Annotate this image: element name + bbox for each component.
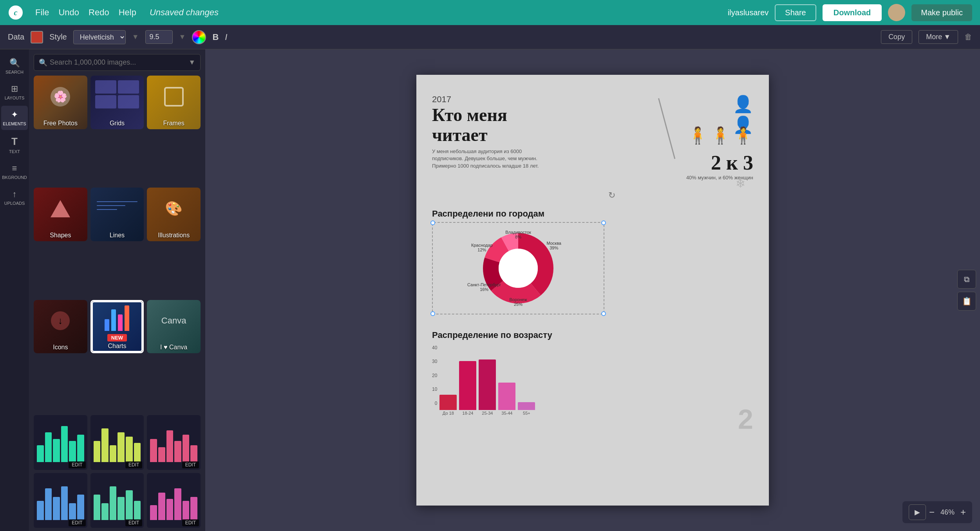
file-menu[interactable]: File	[35, 7, 49, 18]
share-button[interactable]: Share	[775, 4, 816, 21]
more-button[interactable]: More ▼	[919, 30, 958, 44]
mini-bar-5-3	[110, 486, 117, 520]
svg-text:c: c	[14, 8, 18, 17]
grid-item-charts[interactable]: NEW Charts	[90, 300, 144, 354]
handle-bl	[430, 311, 435, 316]
zoom-out-button[interactable]: −	[929, 507, 935, 518]
help-menu[interactable]: Help	[119, 7, 136, 18]
rail-search[interactable]: 🔍 SEARCH	[1, 54, 28, 78]
font-size-input[interactable]	[145, 30, 173, 44]
watermark-number: 2	[738, 404, 753, 435]
avatar[interactable]	[888, 4, 905, 21]
grid-item-canva[interactable]: Canva I ♥ Canva	[147, 300, 201, 354]
mini-bar-2-1	[94, 441, 101, 462]
grid-item-free-photos[interactable]: 🌸 Free Photos	[34, 76, 87, 129]
search-dropdown-icon[interactable]: ▼	[188, 58, 195, 67]
chart-preview-6[interactable]: EDIT	[147, 473, 201, 528]
mini-bar-3-1	[150, 439, 157, 462]
bar-u18	[439, 395, 457, 410]
copy-button[interactable]: Copy	[881, 30, 912, 44]
mini-bar-3-5	[183, 435, 190, 462]
mini-bar-6-6	[190, 497, 197, 520]
mini-bar-2-3	[110, 445, 117, 462]
bar-55plus	[518, 402, 535, 410]
background-icon: ≡	[12, 163, 17, 173]
make-public-button[interactable]: Make public	[911, 4, 972, 21]
layouts-icon: ⊞	[11, 84, 18, 94]
data-tab[interactable]: Data	[8, 33, 24, 42]
floating-toolbar: ⧉ 📋	[957, 270, 976, 311]
people-row-2: 🧍 🧍 🧍	[687, 126, 753, 145]
undo-button[interactable]: Undo	[58, 7, 79, 18]
download-button[interactable]: Download	[823, 4, 882, 21]
age-bars: До 18 18-24 25-34	[439, 345, 535, 415]
icons-label: Icons	[34, 341, 87, 353]
bar-group-18-24: 18-24	[459, 361, 476, 415]
rail-background[interactable]: ≡ BKGROUND	[1, 159, 28, 184]
grid-item-illustrations[interactable]: 🎨 Illustrations	[147, 188, 201, 241]
redo-button[interactable]: Redo	[89, 7, 109, 18]
grid-item-icons[interactable]: ↓ Icons	[34, 300, 87, 354]
mini-bar-4-3	[53, 497, 60, 520]
grid-item-grids[interactable]: Grids	[90, 76, 144, 129]
zoom-in-button[interactable]: +	[960, 507, 966, 518]
nav-right: ilyaslusarev Share Download Make public	[728, 4, 972, 21]
mini-bar-4-1	[37, 501, 44, 520]
y-axis: 40 30 20 10 0	[432, 345, 439, 415]
handle-tl	[430, 220, 435, 225]
krasnodar-label: Краснодар12%	[471, 243, 493, 252]
nav-menu: File Undo Redo Help Unsaved changes	[35, 7, 219, 18]
mini-bar-6-2	[158, 493, 165, 520]
mini-bar-5-1	[94, 495, 101, 520]
float-btn-2[interactable]: 📋	[957, 292, 976, 311]
italic-button[interactable]: I	[225, 32, 227, 42]
grid-item-lines[interactable]: Lines	[90, 188, 144, 241]
rail-uploads[interactable]: ↑ UPLOADS	[1, 185, 28, 210]
edit-badge-4[interactable]: EDIT	[69, 519, 85, 526]
edit-badge-6[interactable]: EDIT	[182, 519, 199, 526]
bar-group-u18: До 18	[439, 395, 457, 415]
mini-bar-1-6	[77, 435, 84, 462]
chart-preview-3[interactable]: EDIT	[147, 415, 201, 470]
vladivostok-label: Владивосток8%	[505, 230, 531, 239]
canva-love-label: I ♥ Canva	[147, 341, 201, 353]
chart-preview-1[interactable]: EDIT	[34, 415, 87, 470]
age-bar-chart: 40 30 20 10 0 До 18	[432, 345, 753, 415]
bold-button[interactable]: B	[212, 32, 219, 42]
formatting-toolbar: Data Style Helveticish ▼ ▼ B I Copy More…	[0, 25, 980, 49]
mini-bar-1-1	[37, 445, 44, 462]
description-text: У меня небольшая аудитория из 6000 подпи…	[432, 148, 542, 170]
font-family-select[interactable]: Helveticish	[73, 30, 126, 44]
mini-bar-2-6	[134, 443, 141, 462]
mini-bar-4-6	[77, 495, 84, 520]
canvas-page[interactable]: 2017 Кто менячитает 👤 👤 У меня небольшая…	[416, 75, 769, 506]
y-label-10: 10	[432, 387, 437, 392]
edit-badge-5[interactable]: EDIT	[125, 519, 142, 526]
frames-label: Frames	[147, 117, 201, 129]
style-label: Style	[49, 33, 67, 42]
grid-item-frames[interactable]: Frames	[147, 76, 201, 129]
float-btn-1[interactable]: ⧉	[957, 270, 976, 289]
edit-badge-1[interactable]: EDIT	[69, 461, 85, 468]
gradient-color-button[interactable]	[192, 30, 206, 44]
rail-elements[interactable]: ✦ ELEMENTS	[1, 106, 28, 130]
present-button[interactable]: ▶	[909, 504, 926, 520]
mini-bar-6-4	[174, 488, 181, 520]
chart-preview-5[interactable]: EDIT	[90, 473, 144, 528]
chart-preview-4[interactable]: EDIT	[34, 473, 87, 528]
grid-item-shapes[interactable]: Shapes	[34, 188, 87, 241]
rail-layouts[interactable]: ⊞ LAYOUTS	[1, 80, 28, 104]
search-input[interactable]	[47, 54, 188, 70]
edit-badge-2[interactable]: EDIT	[125, 461, 142, 468]
rail-text[interactable]: T TEXT	[1, 132, 28, 158]
mini-bar-6-5	[183, 501, 190, 520]
edit-badge-3[interactable]: EDIT	[182, 461, 199, 468]
city-chart-box[interactable]: Владивосток8% Краснодар12% Москва39% Сан…	[432, 222, 604, 314]
delete-button[interactable]: 🗑	[964, 33, 972, 42]
color-swatch[interactable]	[31, 31, 43, 43]
refresh-icon[interactable]: ↻	[608, 190, 615, 200]
voronezh-label: Воронеж25%	[509, 297, 527, 307]
y-label-0: 0	[435, 401, 438, 406]
chart-preview-2[interactable]: EDIT	[90, 415, 144, 470]
bar-group-35-44: 35-44	[498, 383, 515, 415]
